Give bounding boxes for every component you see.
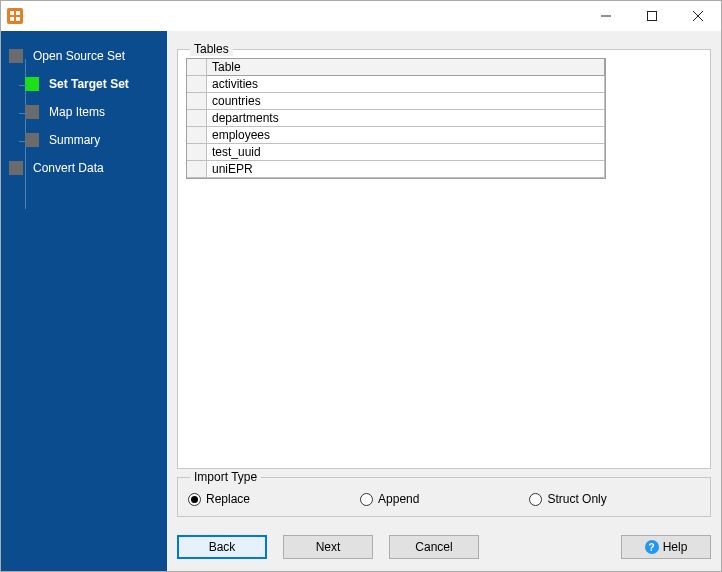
table-row[interactable]: test_uuid (187, 144, 605, 161)
nav-label: Map Items (49, 105, 105, 119)
window-body: Open Source Set Set Target Set Map Items… (1, 31, 721, 571)
app-icon (7, 8, 23, 24)
tables-fieldset: Tables Table activities countries (177, 49, 711, 469)
nav-set-target-set[interactable]: Set Target Set (9, 73, 159, 95)
maximize-button[interactable] (629, 1, 675, 31)
nav-summary[interactable]: Summary (9, 129, 159, 151)
table-row[interactable]: departments (187, 110, 605, 127)
table-cell: uniEPR (207, 161, 605, 178)
button-label: Cancel (415, 540, 452, 554)
button-label: Next (316, 540, 341, 554)
button-bar: Back Next Cancel ? Help (167, 527, 721, 571)
step-marker-icon (25, 133, 39, 147)
radio-label: Struct Only (547, 492, 606, 506)
nav-label: Set Target Set (49, 77, 129, 91)
next-button[interactable]: Next (283, 535, 373, 559)
row-handle[interactable] (187, 110, 207, 127)
table-row[interactable]: countries (187, 93, 605, 110)
row-handle[interactable] (187, 127, 207, 144)
table-column-header[interactable]: Table (207, 59, 605, 76)
row-handle[interactable] (187, 144, 207, 161)
close-button[interactable] (675, 1, 721, 31)
row-handle[interactable] (187, 76, 207, 93)
radio-label: Replace (206, 492, 250, 506)
table-cell: departments (207, 110, 605, 127)
nav-label: Convert Data (33, 161, 104, 175)
help-button[interactable]: ? Help (621, 535, 711, 559)
table-cell: activities (207, 76, 605, 93)
main-content: Tables Table activities countries (167, 31, 721, 527)
button-label: Help (663, 540, 688, 554)
table-cell: employees (207, 127, 605, 144)
svg-rect-1 (648, 12, 657, 21)
cancel-button[interactable]: Cancel (389, 535, 479, 559)
nav-map-items[interactable]: Map Items (9, 101, 159, 123)
wizard-window: Open Source Set Set Target Set Map Items… (0, 0, 722, 572)
table-header-row: Table (187, 59, 605, 76)
row-handle[interactable] (187, 93, 207, 110)
nav-convert-data[interactable]: Convert Data (9, 157, 159, 179)
tables-grid[interactable]: Table activities countries departme (186, 58, 606, 179)
button-label: Back (209, 540, 236, 554)
help-icon: ? (645, 540, 659, 554)
radio-append[interactable]: Append (360, 492, 419, 506)
window-controls (583, 1, 721, 31)
main-panel: Tables Table activities countries (167, 31, 721, 571)
step-marker-icon (9, 161, 23, 175)
step-marker-icon (25, 105, 39, 119)
import-type-fieldset: Import Type Replace Append Struct Only (177, 477, 711, 517)
import-type-label: Import Type (190, 470, 261, 484)
wizard-sidebar: Open Source Set Set Target Set Map Items… (1, 31, 167, 571)
radio-icon (360, 493, 373, 506)
minimize-button[interactable] (583, 1, 629, 31)
step-marker-icon (25, 77, 39, 91)
radio-icon (529, 493, 542, 506)
nav-label: Summary (49, 133, 100, 147)
nav-label: Open Source Set (33, 49, 125, 63)
back-button[interactable]: Back (177, 535, 267, 559)
table-cell: test_uuid (207, 144, 605, 161)
table-row[interactable]: uniEPR (187, 161, 605, 178)
tables-label: Tables (190, 42, 233, 56)
radio-replace[interactable]: Replace (188, 492, 250, 506)
radio-icon (188, 493, 201, 506)
table-row[interactable]: employees (187, 127, 605, 144)
titlebar (1, 1, 721, 31)
table-cell: countries (207, 93, 605, 110)
radio-label: Append (378, 492, 419, 506)
radio-struct-only[interactable]: Struct Only (529, 492, 606, 506)
step-marker-icon (9, 49, 23, 63)
table-row[interactable]: activities (187, 76, 605, 93)
row-handle (187, 59, 207, 76)
nav-open-source-set[interactable]: Open Source Set (9, 45, 159, 67)
row-handle[interactable] (187, 161, 207, 178)
